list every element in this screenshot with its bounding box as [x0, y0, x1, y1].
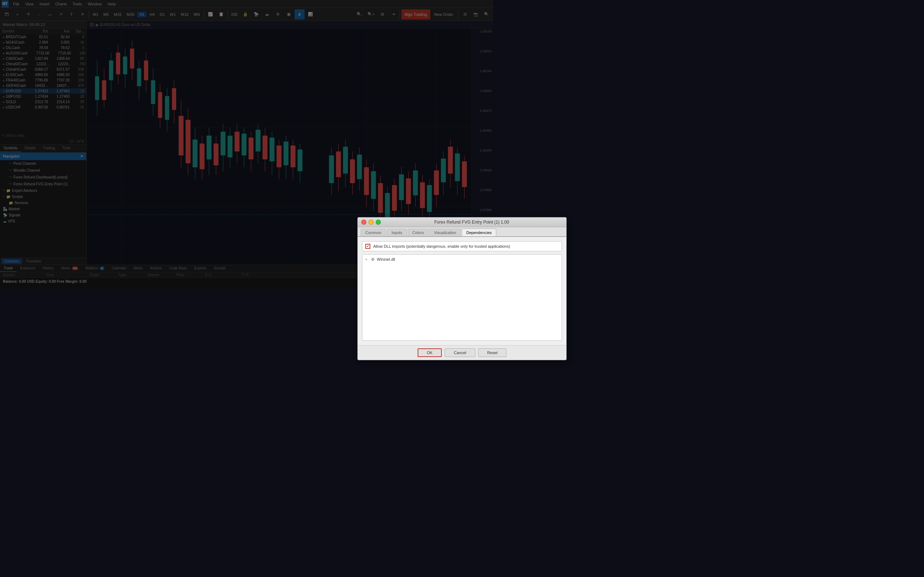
modal-close-btn[interactable]	[361, 220, 366, 225]
modal-tab-dependencies[interactable]: Dependencies	[462, 229, 493, 236]
dependencies-tree: + ⚙ Wininet.dll	[362, 254, 493, 289]
modal-titlebar: Forex Refund FVG Entry Point (1) 1.00	[358, 218, 493, 227]
modal-tab-inputs[interactable]: Inputs	[387, 229, 407, 236]
tree-item-label: Wininet.dll	[377, 257, 395, 261]
modal-tabs: Common Inputs Colors Visualization Depen…	[358, 227, 493, 237]
modal-title: Forex Refund FVG Entry Point (1) 1.00	[381, 220, 493, 225]
modal-body: ✔ Allow DLL imports (potentially dangero…	[358, 237, 493, 289]
modal-dialog: Forex Refund FVG Entry Point (1) 1.00 Co…	[357, 217, 493, 289]
dll-imports-row: ✔ Allow DLL imports (potentially dangero…	[362, 241, 493, 251]
tree-item-icon: ⚙	[371, 257, 375, 262]
dll-imports-label: Allow DLL imports (potentially dangerous…	[373, 244, 493, 248]
modal-tab-visualization[interactable]: Visualization	[429, 229, 461, 236]
modal-tab-common[interactable]: Common	[360, 229, 386, 236]
tree-expand-icon[interactable]: +	[365, 258, 369, 261]
dll-imports-checkbox[interactable]: ✔	[365, 244, 370, 249]
modal-window-controls	[361, 220, 381, 225]
modal-minimize-btn[interactable]	[368, 220, 373, 225]
tree-item-wininet[interactable]: + ⚙ Wininet.dll	[364, 256, 493, 263]
modal-tab-colors[interactable]: Colors	[408, 229, 429, 236]
modal-maximize-btn[interactable]	[376, 220, 381, 225]
modal-overlay[interactable]: Forex Refund FVG Entry Point (1) 1.00 Co…	[0, 0, 493, 288]
checkmark-icon: ✔	[366, 244, 369, 248]
